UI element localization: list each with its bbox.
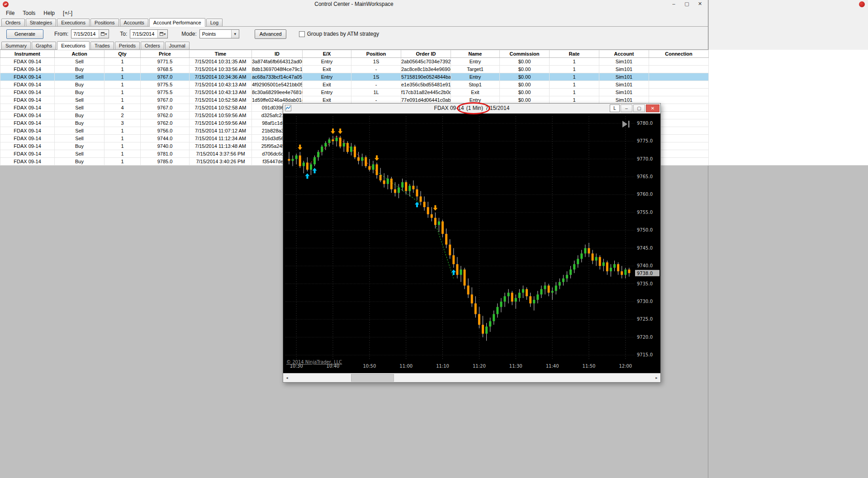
- cell-qty: 1: [104, 135, 141, 142]
- y-axis-label: 9775.0: [637, 138, 653, 143]
- maximize-button[interactable]: ▢: [680, 0, 693, 8]
- to-date-picker-button[interactable]: ▾: [157, 30, 167, 38]
- menu-file[interactable]: File: [2, 9, 19, 17]
- cell-time: 7/15/2014 10:59:56 AM: [190, 119, 252, 127]
- generate-button[interactable]: Generate: [6, 29, 43, 39]
- from-date-picker-button[interactable]: ▾: [99, 30, 109, 38]
- col-id[interactable]: ID: [252, 50, 303, 58]
- mode-select[interactable]: Points ▾: [199, 29, 239, 38]
- group-by-atm-checkbox[interactable]: [299, 31, 305, 37]
- candle-up: [336, 137, 338, 141]
- candle-down: [420, 196, 422, 202]
- col-commission[interactable]: Commission: [500, 50, 550, 58]
- menu-tools[interactable]: Tools: [19, 9, 39, 17]
- subtab-periods[interactable]: Periods: [115, 42, 140, 49]
- cell-id: 1d59ffe0246a48dab01d: [252, 96, 303, 104]
- advanced-button[interactable]: Advanced >>: [255, 29, 286, 39]
- table-row[interactable]: FDAX 09-14Sell19767.07/15/2014 10:34:36 …: [0, 73, 709, 81]
- tab-executions[interactable]: Executions: [57, 19, 90, 26]
- col-action[interactable]: Action: [55, 50, 104, 58]
- y-axis-label: 9730.0: [637, 299, 653, 304]
- candle-up: [555, 285, 557, 291]
- table-row[interactable]: FDAX 09-14Buy19768.57/15/2014 10:33:56 A…: [0, 66, 709, 73]
- scroll-left-button[interactable]: ◄: [283, 374, 291, 382]
- col-rate[interactable]: Rate: [550, 50, 599, 58]
- cell-position: -: [351, 66, 401, 73]
- col-instrument[interactable]: Instrument: [0, 50, 55, 58]
- table-row[interactable]: FDAX 09-14Buy19775.57/15/2014 10:43:13 A…: [0, 81, 709, 89]
- toolbar: Generate From: ▾ To: ▾ Mode: Points ▾ Ad…: [0, 27, 708, 41]
- cell-action: Sell: [55, 135, 104, 142]
- candle-up: [387, 179, 389, 184]
- cell-time: 7/15/2014 10:33:56 AM: [190, 66, 252, 73]
- candle-down: [346, 143, 349, 152]
- candle-up: [310, 164, 312, 170]
- cell-name: Stop1: [451, 81, 500, 89]
- cell-time: 7/15/2014 10:59:56 AM: [190, 112, 252, 119]
- to-date-input[interactable]: [130, 30, 157, 38]
- col-time[interactable]: Time: [190, 50, 252, 58]
- link-button[interactable]: L: [610, 104, 620, 112]
- menu-help[interactable]: Help: [39, 9, 59, 17]
- sell-marker-icon: [298, 145, 302, 150]
- col-connection[interactable]: Connection: [649, 50, 709, 58]
- cell-commission: $0.00: [500, 73, 550, 81]
- candle-down: [357, 157, 360, 161]
- group-by-atm-label: Group trades by ATM strategy: [307, 31, 379, 37]
- col-price[interactable]: Price: [141, 50, 190, 58]
- col-position[interactable]: Position: [351, 50, 401, 58]
- col-account[interactable]: Account: [599, 50, 649, 58]
- close-button[interactable]: ✕: [693, 0, 707, 8]
- chart-title-instrument: FDAX 09-14: [434, 105, 464, 111]
- cell-qty: 4: [104, 104, 141, 112]
- candle-down: [390, 179, 393, 189]
- table-row[interactable]: FDAX 09-14Buy19775.57/15/2014 10:43:13 A…: [0, 89, 709, 96]
- from-date-input[interactable]: [71, 30, 99, 38]
- chart-titlebar[interactable]: FDAX 09-14 (1 Min) 7/15/2014 L – ▢ ✕: [283, 104, 660, 114]
- candle-up: [343, 143, 345, 147]
- scrollbar-thumb[interactable]: [351, 374, 394, 382]
- chart-scrollbar[interactable]: ◄ ►: [283, 373, 660, 382]
- go-to-end-icon[interactable]: [628, 121, 630, 128]
- cell-account: Sim101: [599, 58, 649, 66]
- chart-minimize-button[interactable]: –: [621, 104, 632, 112]
- subtab-executions[interactable]: Executions: [57, 41, 90, 50]
- cell-qty: 1: [104, 66, 141, 73]
- subtab-trades[interactable]: Trades: [90, 42, 114, 49]
- col-e-x[interactable]: E/X: [303, 50, 351, 58]
- col-qty[interactable]: Qty: [104, 50, 141, 58]
- cell-qty: 1: [104, 158, 141, 166]
- candle-up: [313, 157, 316, 165]
- cell-time: 7/15/2014 10:52:58 AM: [190, 96, 252, 104]
- minimize-button[interactable]: –: [667, 0, 680, 8]
- col-name[interactable]: Name: [451, 50, 500, 58]
- candle-down: [383, 180, 385, 184]
- table-row[interactable]: FDAX 09-14Sell19767.07/15/2014 10:52:58 …: [0, 96, 709, 104]
- tab-strategies[interactable]: Strategies: [26, 19, 57, 26]
- table-row[interactable]: FDAX 09-14Sell19771.57/15/2014 10:31:35 …: [0, 58, 709, 66]
- tab-orders[interactable]: Orders: [1, 19, 25, 26]
- price-chart[interactable]: 9780.09775.09770.09765.09760.09755.09750…: [283, 114, 660, 373]
- tab-accounts[interactable]: Accounts: [120, 19, 148, 26]
- go-to-end-icon[interactable]: [622, 121, 627, 128]
- cell-rate: 1: [550, 73, 599, 81]
- subtab-summary[interactable]: Summary: [1, 42, 31, 49]
- cell-action: Buy: [55, 89, 104, 96]
- chart-maximize-button[interactable]: ▢: [633, 104, 645, 112]
- col-order-id[interactable]: Order ID: [401, 50, 451, 58]
- subtab-orders[interactable]: Orders: [141, 42, 164, 49]
- cell-action: Sell: [55, 104, 104, 112]
- chart-close-button[interactable]: ✕: [646, 104, 659, 112]
- candle-down: [332, 139, 334, 141]
- candle-down: [441, 222, 444, 234]
- scroll-right-button[interactable]: ►: [653, 374, 660, 382]
- subtab-graphs[interactable]: Graphs: [32, 42, 56, 49]
- tab-positions[interactable]: Positions: [90, 19, 119, 26]
- tab-log[interactable]: Log: [206, 19, 223, 26]
- candle-up: [577, 259, 579, 264]
- tab-account-performance[interactable]: Account Performance: [149, 18, 205, 27]
- menu-plus-minus[interactable]: [+/-]: [59, 9, 76, 17]
- chart-window: FDAX 09-14 (1 Min) 7/15/2014 L – ▢ ✕ 978…: [283, 103, 661, 383]
- subtab-journal[interactable]: Journal: [165, 42, 190, 49]
- cell-rate: 1: [550, 58, 599, 66]
